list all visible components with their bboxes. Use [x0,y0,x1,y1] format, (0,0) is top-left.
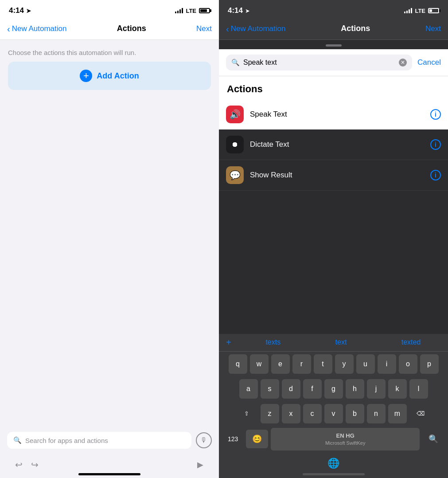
keyboard-bottom-row: 123 😊 EN HG Microsoft SwiftKey 🔍 [219,426,448,455]
right-back-label: New Automation [231,24,286,33]
dictate-text-icon: ⏺ [226,136,244,153]
left-search-icon: 🔍 [13,436,22,444]
keyboard-row-3: ⇧ z x c v b n m ⌫ [219,401,448,426]
autocomplete-plus[interactable]: + [219,337,238,348]
left-nav-bar: ‹ New Automation Actions Next [0,19,219,40]
cancel-button[interactable]: Cancel [417,58,441,67]
left-bottom-search-bar: 🔍 Search for apps and actions 🎙 [0,427,219,453]
left-chevron-icon: ‹ [7,24,10,33]
redo-button[interactable]: ↪ [27,457,43,473]
right-back-button[interactable]: ‹ New Automation [226,24,285,33]
right-status-icons: LTE [404,8,439,14]
speak-text-icon-symbol: 🔊 [230,109,241,120]
show-result-item[interactable]: 💬 Show Result i [219,160,448,191]
shift-key[interactable]: ⇧ [236,404,258,423]
key-q[interactable]: q [229,354,247,374]
key-w[interactable]: w [250,354,269,374]
left-back-button[interactable]: ‹ New Automation [7,24,66,33]
play-button[interactable]: ▶ [192,457,208,473]
key-s[interactable]: s [261,379,279,399]
right-time: 4:14 [228,6,243,15]
left-status-time-group: 4:14 ➤ [9,6,31,15]
add-action-button[interactable]: + Add Action [8,62,211,90]
key-numbers[interactable]: 123 [222,431,243,447]
left-panel: 4:14 ➤ LTE ‹ New Automation Actions Next… [0,0,219,478]
key-x[interactable]: x [282,404,300,423]
right-battery-fill [429,9,432,12]
key-p[interactable]: p [420,354,439,374]
autocomplete-texts[interactable]: texts [265,338,280,346]
key-lang-top: EN HG [275,432,415,440]
key-n[interactable]: n [367,404,386,423]
key-y[interactable]: y [335,354,354,374]
key-r[interactable]: r [292,354,311,374]
key-emoji[interactable]: 😊 [246,430,268,448]
clear-search-button[interactable]: ✕ [399,59,407,67]
show-result-icon: 💬 [226,166,244,184]
signal-bar-2 [177,11,179,13]
key-z[interactable]: z [261,404,279,423]
key-c[interactable]: c [303,404,322,423]
key-u[interactable]: u [356,354,375,374]
key-search[interactable]: 🔍 [422,430,444,448]
left-signal-bars [175,8,183,13]
left-lte-label: LTE [186,8,196,14]
autocomplete-text[interactable]: text [335,338,347,346]
speak-text-item[interactable]: 🔊 Speak Text i [219,99,448,129]
key-v[interactable]: v [324,404,343,423]
actions-section: Actions 🔊 Speak Text i [219,76,448,129]
key-a[interactable]: a [239,379,258,399]
dictate-text-icon-symbol: ⏺ [231,141,238,149]
key-g[interactable]: g [324,379,343,399]
speak-text-icon: 🔊 [226,106,244,123]
undo-button[interactable]: ↩ [11,457,27,473]
key-l[interactable]: l [409,379,428,399]
key-e[interactable]: e [271,354,290,374]
dictate-text-item[interactable]: ⏺ Dictate Text i [219,129,448,160]
left-search-field[interactable]: 🔍 Search for apps and actions [7,432,191,449]
dictate-text-label: Dictate Text [250,140,424,149]
search-sheet: 🔍 Speak text ✕ Cancel [219,49,448,76]
right-signal-bars [404,8,412,13]
left-mic-icon[interactable]: 🎙 [196,432,212,448]
show-result-label: Show Result [250,171,424,180]
key-k[interactable]: k [388,379,407,399]
right-location-icon: ➤ [245,8,250,14]
actions-heading: Actions [219,76,448,99]
key-i[interactable]: i [378,354,396,374]
key-t[interactable]: t [314,354,332,374]
left-location-icon: ➤ [26,8,31,14]
key-h[interactable]: h [346,379,364,399]
left-search-placeholder: Search for apps and actions [25,437,108,444]
speak-text-info-button[interactable]: i [430,109,441,120]
key-d[interactable]: d [282,379,300,399]
key-m[interactable]: m [388,404,407,423]
key-lang-bottom: Microsoft SwiftKey [275,440,415,446]
right-signal-bar-2 [406,11,408,13]
keyboard-row-1: q w e r t y u i o p [219,352,448,376]
globe-key[interactable]: 🌐 [327,458,339,469]
right-chevron-icon: ‹ [226,24,229,33]
right-signal-bar-4 [411,8,412,13]
signal-bar-1 [175,12,176,13]
key-f[interactable]: f [303,379,322,399]
key-language[interactable]: EN HG Microsoft SwiftKey [271,428,420,451]
left-status-icons: LTE [175,8,210,14]
show-result-info-button[interactable]: i [430,170,441,180]
backspace-key[interactable]: ⌫ [409,404,432,423]
right-next-button[interactable]: Next [425,24,441,33]
dictate-text-info-button[interactable]: i [430,139,441,150]
right-status-time-group: 4:14 ➤ [228,6,250,15]
key-b[interactable]: b [346,404,364,423]
key-j[interactable]: j [367,379,386,399]
search-field[interactable]: 🔍 Speak text ✕ [226,55,412,71]
right-lte-label: LTE [415,8,425,14]
keyboard-row-2: a s d f g h j k l [219,376,448,401]
left-next-button[interactable]: Next [196,24,212,33]
key-o[interactable]: o [399,354,417,374]
autocomplete-suggestions: texts text texted [238,338,448,346]
right-signal-bar-1 [404,12,405,13]
right-home-indicator [303,473,365,475]
search-magnifier-icon: 🔍 [231,59,240,67]
autocomplete-texted[interactable]: texted [401,338,421,346]
